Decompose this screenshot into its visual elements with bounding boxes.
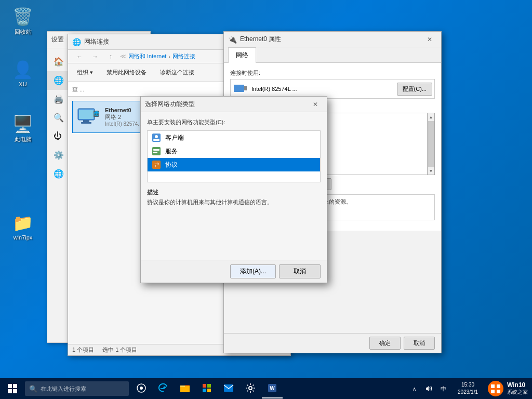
svg-rect-22 [153, 152, 157, 153]
nav-forward-btn[interactable]: → [88, 51, 102, 62]
win10-badge[interactable]: Win10 系统之家 [482, 377, 532, 399]
eth-cancel-btn[interactable]: 取消 [404, 337, 435, 350]
dialog-item-client[interactable]: 客户端 [148, 131, 320, 144]
eth-configure-btn[interactable]: 配置(C)... [397, 83, 432, 96]
settings-gear-icon [245, 383, 256, 393]
svg-rect-32 [180, 385, 185, 387]
desktop-icon-user[interactable]: 👤 XU [6, 57, 39, 89]
dialog-protocol-icon: ⇄ [152, 160, 161, 169]
svg-rect-3 [81, 122, 91, 124]
breadcrumb-network-connections[interactable]: 网络连接 [172, 52, 195, 60]
ethernet-adapter-icon: 🌐 [76, 104, 101, 129]
svg-text:🌐: 🌐 [94, 111, 100, 117]
eth-close-btn[interactable]: ✕ [422, 34, 437, 45]
nav-up-btn[interactable]: ↑ [103, 51, 118, 62]
systray-expand-btn[interactable]: ∧ [408, 379, 420, 398]
net-window-title: 网络连接 [84, 37, 109, 46]
dialog-desc-section: 描述 协议是你的计算机用来与其他计算机通信的语言。 [147, 189, 321, 206]
volume-icon [424, 384, 433, 393]
taskbar-search-box[interactable]: 🔍 在此键入进行搜索 [25, 381, 129, 396]
eth-scroll-down-btn[interactable]: ▼ [428, 167, 435, 175]
win10-text-block: Win10 系统之家 [507, 381, 528, 396]
svg-rect-25 [8, 384, 12, 388]
settings-taskbtn[interactable] [240, 379, 261, 398]
desktop-icon-computer[interactable]: 🖥️ 此电脑 [6, 112, 39, 145]
adapter-type: 网络 2 [105, 113, 142, 121]
dialog-close-btn[interactable]: ✕ [308, 99, 323, 110]
desktop-icon-win7ipx[interactable]: 📁 win7ipx [6, 210, 39, 243]
eth-scroll-thumb[interactable] [428, 121, 434, 167]
dialog-footer: 添加(A)... 取消 [141, 260, 327, 283]
svg-text:W: W [270, 385, 275, 391]
disable-btn[interactable]: 禁用此网络设备 [102, 66, 151, 78]
explorer-icon [179, 382, 191, 394]
dialog-add-btn[interactable]: 添加(A)... [230, 264, 276, 278]
dialog-item-service[interactable]: 服务 [148, 144, 320, 158]
settings-title: 设置 [51, 35, 64, 44]
tab-network[interactable]: 网络 [228, 47, 256, 63]
nav-back-btn[interactable]: ← [72, 51, 87, 62]
store-btn[interactable] [196, 379, 217, 398]
nav-separator: ≪ [120, 53, 126, 60]
statusbar-items-count: 1 个项目 [72, 346, 94, 354]
svg-rect-7 [244, 86, 247, 90]
dialog-instruction: 单主要安装的网络功能类型(C): [147, 118, 321, 126]
svg-rect-33 [203, 384, 206, 388]
dialog-title: 选择网络功能类型 [145, 100, 195, 109]
taskbar-systray: ∧ 中 [404, 379, 454, 398]
eth-scrollbar: ▲ ▼ [427, 113, 434, 175]
svg-rect-27 [8, 389, 12, 393]
desktop: 🗑️ 回收站 👤 XU 🖥️ 此电脑 📁 win7ipx 设置 🏠 主页 🌐 网… [0, 0, 532, 378]
explorer-btn[interactable] [175, 379, 195, 398]
eth-scroll-up-btn[interactable]: ▲ [428, 113, 435, 121]
adapter-name: Ethernet0 [105, 107, 142, 113]
svg-rect-21 [153, 149, 159, 151]
svg-rect-26 [13, 384, 17, 388]
adapter-info: Ethernet0 网络 2 Intel(R) 82574... [105, 107, 142, 127]
svg-rect-28 [13, 389, 17, 393]
breadcrumb-network-internet[interactable]: 网络和 Internet [128, 52, 166, 60]
svg-rect-34 [207, 384, 211, 388]
svg-rect-45 [497, 390, 500, 393]
dialog-client-label: 客户端 [165, 134, 184, 142]
organize-btn[interactable]: 组织 ▾ [72, 66, 98, 78]
mail-btn[interactable] [218, 379, 239, 398]
svg-rect-37 [224, 384, 233, 392]
dialog-desc-text: 协议是你的计算机用来与其他计算机通信的语言。 [147, 198, 321, 206]
systray-ime-icon[interactable]: 中 [437, 379, 449, 398]
breadcrumb-sep1: › [168, 54, 170, 60]
diagnose-btn[interactable]: 诊断这个连接 [155, 66, 199, 78]
systray-volume-icon[interactable] [422, 379, 435, 398]
dialog-item-protocol[interactable]: ⇄ 协议 [148, 158, 320, 171]
taskview-btn[interactable] [131, 379, 152, 398]
dialog-cancel-btn[interactable]: 取消 [279, 264, 321, 278]
globe-icon: 🌐 [54, 75, 64, 86]
win10-circle-logo [487, 380, 504, 397]
word-btn[interactable]: W [262, 379, 283, 398]
taskview-icon [136, 383, 147, 393]
select-network-feature-dialog: 选择网络功能类型 ✕ 单主要安装的网络功能类型(C): 客户端 [140, 96, 327, 283]
globe2-icon: 🌐 [54, 169, 64, 179]
svg-point-38 [249, 387, 252, 390]
eth-win-controls: ✕ [422, 34, 437, 45]
folder-icon: 📁 [12, 212, 33, 233]
taskbar-clock[interactable]: 15:30 2023/1/1 [454, 378, 482, 399]
start-button[interactable] [0, 378, 25, 399]
svg-rect-1 [79, 110, 94, 119]
eth-confirm-btn[interactable]: 确定 [369, 337, 401, 350]
svg-rect-6 [234, 85, 244, 92]
dialog-feature-list: 客户端 服务 ⇄ [147, 130, 321, 182]
svg-point-18 [155, 135, 158, 138]
eth-connect-using-label: 连接时使用: [230, 69, 435, 77]
store-icon [202, 383, 212, 393]
clock-time: 15:30 [461, 381, 474, 389]
eth-footer: 确定 取消 [224, 333, 441, 353]
svg-point-41 [488, 381, 503, 396]
dialog-service-icon [152, 147, 161, 156]
desktop-icon-recycle-bin[interactable]: 🗑️ 回收站 [6, 4, 39, 38]
win10-label: Win10 [507, 381, 528, 389]
folder-label: win7ipx [14, 234, 33, 241]
svg-rect-20 [152, 147, 161, 155]
edge-btn[interactable] [153, 379, 174, 398]
accounts-icon: ⚙️ [54, 150, 64, 161]
